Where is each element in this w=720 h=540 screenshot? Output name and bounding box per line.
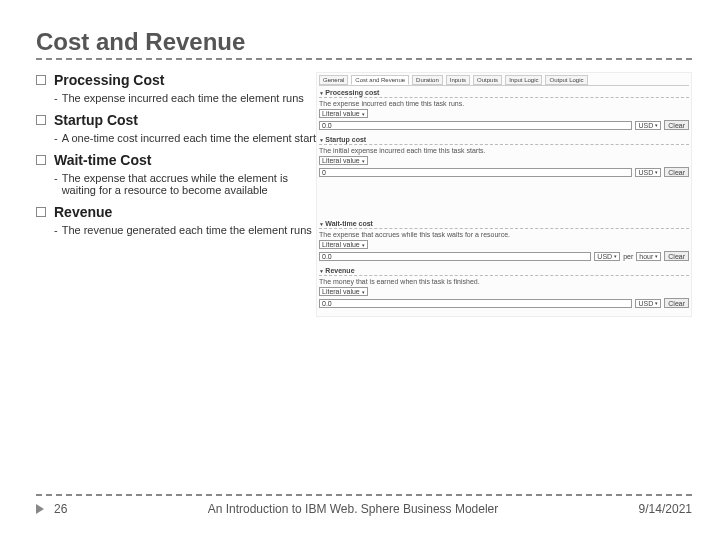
checkbox-icon	[36, 75, 46, 85]
tab-bar: General Cost and Revenue Duration Inputs…	[319, 75, 689, 86]
tab-general[interactable]: General	[319, 75, 348, 85]
value-type-dropdown[interactable]: Literal value	[319, 240, 368, 249]
triangle-icon	[36, 504, 44, 514]
section-desc: The expense that accrues while the eleme…	[62, 172, 316, 196]
clear-button[interactable]: Clear	[664, 298, 689, 308]
value-type-dropdown[interactable]: Literal value	[319, 287, 368, 296]
slide-title: Cost and Revenue	[36, 28, 692, 60]
clear-button[interactable]: Clear	[664, 167, 689, 177]
timeunit-dropdown[interactable]: hour	[636, 252, 661, 261]
properties-panel: General Cost and Revenue Duration Inputs…	[316, 72, 692, 317]
footer-date: 9/14/2021	[639, 502, 692, 516]
group-note: The money that is earned when this task …	[319, 278, 689, 285]
clear-button[interactable]: Clear	[664, 120, 689, 130]
dash-icon: -	[54, 224, 58, 236]
bullet-list: Processing Cost -The expense incurred ea…	[36, 72, 316, 317]
currency-dropdown[interactable]: USD	[594, 252, 620, 261]
checkbox-icon	[36, 115, 46, 125]
currency-dropdown[interactable]: USD	[635, 168, 661, 177]
tab-output-logic[interactable]: Output Logic	[545, 75, 587, 85]
dash-icon: -	[54, 132, 58, 144]
group-note: The expense that accrues while this task…	[319, 231, 689, 238]
clear-button[interactable]: Clear	[664, 251, 689, 261]
group-processing-cost[interactable]: Processing cost	[319, 89, 689, 98]
tab-cost-revenue[interactable]: Cost and Revenue	[351, 75, 409, 85]
per-label: per	[623, 253, 633, 260]
amount-input[interactable]: 0.0	[319, 121, 632, 130]
group-wait-time-cost[interactable]: Wait-time cost	[319, 220, 689, 229]
section-heading: Processing Cost	[54, 72, 164, 88]
tab-outputs[interactable]: Outputs	[473, 75, 502, 85]
page-number: 26	[54, 502, 67, 516]
value-type-dropdown[interactable]: Literal value	[319, 156, 368, 165]
dash-icon: -	[54, 92, 58, 104]
section-heading: Wait-time Cost	[54, 152, 151, 168]
tab-input-logic[interactable]: Input Logic	[505, 75, 542, 85]
footer: 26 An Introduction to IBM Web. Sphere Bu…	[36, 494, 692, 516]
checkbox-icon	[36, 207, 46, 217]
amount-input[interactable]: 0.0	[319, 252, 591, 261]
tab-duration[interactable]: Duration	[412, 75, 443, 85]
currency-dropdown[interactable]: USD	[635, 121, 661, 130]
value-type-dropdown[interactable]: Literal value	[319, 109, 368, 118]
group-startup-cost[interactable]: Startup cost	[319, 136, 689, 145]
amount-input[interactable]: 0	[319, 168, 632, 177]
group-note: The initial expense incurred each time t…	[319, 147, 689, 154]
section-desc: A one-time cost incurred each time the e…	[62, 132, 316, 144]
group-revenue[interactable]: Revenue	[319, 267, 689, 276]
currency-dropdown[interactable]: USD	[635, 299, 661, 308]
section-desc: The revenue generated each time the elem…	[62, 224, 312, 236]
section-heading: Revenue	[54, 204, 112, 220]
dash-icon: -	[54, 172, 58, 196]
tab-inputs[interactable]: Inputs	[446, 75, 470, 85]
checkbox-icon	[36, 155, 46, 165]
section-desc: The expense incurred each time the eleme…	[62, 92, 304, 104]
section-heading: Startup Cost	[54, 112, 138, 128]
amount-input[interactable]: 0.0	[319, 299, 632, 308]
group-note: The expense incurred each time this task…	[319, 100, 689, 107]
footer-title: An Introduction to IBM Web. Sphere Busin…	[208, 502, 499, 516]
